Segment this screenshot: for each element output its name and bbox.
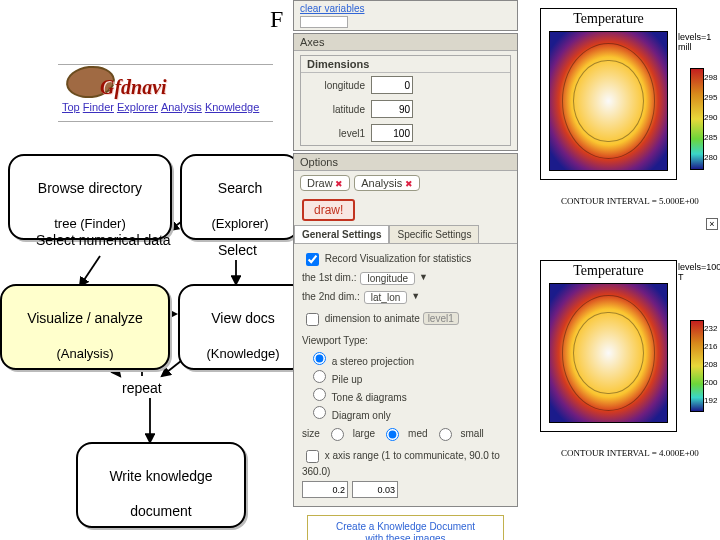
create-knowledge-button[interactable]: Create a Knowledge Document with these i… xyxy=(307,515,504,540)
size-large-label: large xyxy=(353,428,375,439)
nav-link-analysis[interactable]: Analysis xyxy=(161,101,202,119)
radio-size-med[interactable] xyxy=(386,428,399,441)
flow-select-data-label: Select numerical data xyxy=(36,232,171,248)
chevron-down-icon[interactable]: ▼ xyxy=(419,272,428,285)
radio-tone-label: Tone & diagrams xyxy=(332,392,407,403)
anim-checkbox[interactable] xyxy=(306,313,319,326)
dim1-label: the 1st dim.: xyxy=(302,272,356,285)
dim2-label: the 2nd dim.: xyxy=(302,291,360,304)
flow-search: Search (Explorer) xyxy=(180,154,300,240)
size-med-label: med xyxy=(408,428,427,439)
flow-view-docs: View docs (Knowledge) xyxy=(178,284,308,370)
range-label: x axis range (1 to communicate, 90.0 to … xyxy=(302,450,500,477)
radio-size-large[interactable] xyxy=(331,428,344,441)
radio-stereo-projection[interactable] xyxy=(313,352,326,365)
flow-search-line2: (Explorer) xyxy=(211,216,268,231)
dim2-value[interactable]: lat_lon xyxy=(364,291,407,304)
range-to-input[interactable] xyxy=(352,481,398,498)
level-input[interactable] xyxy=(371,124,413,142)
flow-write-line1: Write knowledge xyxy=(109,468,212,484)
tab-analysis[interactable]: Analysis xyxy=(354,175,419,191)
gfdnavi-title: Gfdnavi xyxy=(100,76,167,99)
flow-browse-line1: Browse directory xyxy=(38,180,142,196)
tab-draw[interactable]: Draw xyxy=(300,175,350,191)
flow-vis-line1: Visualize / analyze xyxy=(27,310,143,326)
radio-pile-up[interactable] xyxy=(313,370,326,383)
radio-diag-label: Diagram only xyxy=(332,410,391,421)
radio-stereo-label: a stereo projection xyxy=(332,356,414,367)
longitude-input[interactable] xyxy=(371,76,413,94)
size-label: size xyxy=(302,428,320,439)
range-inputs xyxy=(302,479,509,500)
latitude-input[interactable] xyxy=(371,100,413,118)
flow-write-knowledge: Write knowledge document xyxy=(76,442,246,528)
temperature-chart-1: Temperature xyxy=(540,8,677,180)
dimensions-header: Dimensions xyxy=(301,56,510,73)
temperature-chart-2: Temperature xyxy=(540,260,677,432)
flow-repeat-label: repeat xyxy=(122,380,162,396)
dim-row-longitude: longitude xyxy=(301,73,510,97)
knowledge-button-wrap: Create a Knowledge Document with these i… xyxy=(293,507,518,540)
axes-header: Axes xyxy=(294,34,517,51)
radio-pile-label: Pile up xyxy=(332,374,363,385)
flow-browse-directory: Browse directory tree (Finder) xyxy=(8,154,172,240)
dim-row-level: level1 xyxy=(301,121,510,145)
chart1-colorbar-ticks: 298 295 290 285 280 xyxy=(704,68,717,168)
draw-button[interactable]: draw! xyxy=(302,199,355,221)
flow-view-line1: View docs xyxy=(211,310,275,326)
radio-diagram-only[interactable] xyxy=(313,406,326,419)
flow-write-line2: document xyxy=(130,503,191,519)
nav-link-top[interactable]: Top xyxy=(62,101,80,119)
range-from-input[interactable] xyxy=(302,481,348,498)
size-small-label: small xyxy=(461,428,484,439)
record-row: Record Visualization for statistics xyxy=(302,250,509,269)
settings-tabs: General Settings Specific Settings xyxy=(294,225,517,244)
dim1-row: the 1st dim.: longitude ▼ xyxy=(302,269,509,288)
chart2-colorbar-ticks: 232 216 208 200 192 xyxy=(704,320,717,410)
tab-general-settings[interactable]: General Settings xyxy=(294,225,389,243)
panel-variables: clear variables xyxy=(293,0,518,31)
chart1-title: Temperature xyxy=(541,11,676,27)
chart1-colorbar xyxy=(690,68,704,170)
chart2-subtitle: levels=100 T xyxy=(678,262,720,282)
flow-search-line1: Search xyxy=(218,180,262,196)
range-row: x axis range (1 to communicate, 90.0 to … xyxy=(302,445,509,479)
level-label: level1 xyxy=(311,128,365,139)
panel-options: Options Draw Analysis draw! General Sett… xyxy=(293,153,518,507)
record-label: Record Visualization for statistics xyxy=(325,253,472,264)
nav-link-explorer[interactable]: Explorer xyxy=(117,101,158,119)
radio-size-small[interactable] xyxy=(439,428,452,441)
clear-variables-link[interactable]: clear variables xyxy=(300,3,364,14)
dim1-value[interactable]: longitude xyxy=(360,272,415,285)
tab-specific-settings[interactable]: Specific Settings xyxy=(389,225,479,243)
flow-visualize-analyze: Visualize / analyze (Analysis) xyxy=(0,284,170,370)
radio-tone-diagrams[interactable] xyxy=(313,388,326,401)
close-icon[interactable]: × xyxy=(706,218,718,230)
chart1-canvas xyxy=(549,31,668,171)
anim-label: dimension to animate xyxy=(325,313,420,324)
chart2-caption: CONTOUR INTERVAL = 4.000E+00 xyxy=(540,448,720,458)
chart2-canvas xyxy=(549,283,668,423)
range-checkbox[interactable] xyxy=(306,450,319,463)
latitude-label: latitude xyxy=(311,104,365,115)
nav-link-finder[interactable]: Finder xyxy=(83,101,114,119)
anim-value[interactable]: level1 xyxy=(423,312,459,325)
chart2-colorbar xyxy=(690,320,704,412)
stray-letter: F xyxy=(270,6,283,33)
size-row: size large med small xyxy=(302,421,509,445)
vtype-radio-group: a stereo projection Pile up Tone & diagr… xyxy=(302,349,509,421)
nav-link-knowledge[interactable]: Knowledge xyxy=(205,101,259,119)
svg-line-2 xyxy=(80,256,100,286)
gui-column: clear variables Axes Dimensions longitud… xyxy=(293,0,518,540)
knowledge-btn-line2: with these images xyxy=(365,533,445,540)
viewport-type-label: Viewport Type: xyxy=(302,332,509,349)
knowledge-btn-line1: Create a Knowledge Document xyxy=(336,521,475,532)
options-tabs: Draw Analysis xyxy=(294,171,517,195)
gfdnavi-nav[interactable]: Top Finder Explorer Analysis Knowledge xyxy=(62,101,272,119)
variable-slot[interactable] xyxy=(300,16,348,28)
options-header: Options xyxy=(294,154,517,171)
chevron-down-icon[interactable]: ▼ xyxy=(411,291,420,304)
record-checkbox[interactable] xyxy=(306,253,319,266)
flow-browse-line2: tree (Finder) xyxy=(54,216,126,231)
longitude-label: longitude xyxy=(311,80,365,91)
